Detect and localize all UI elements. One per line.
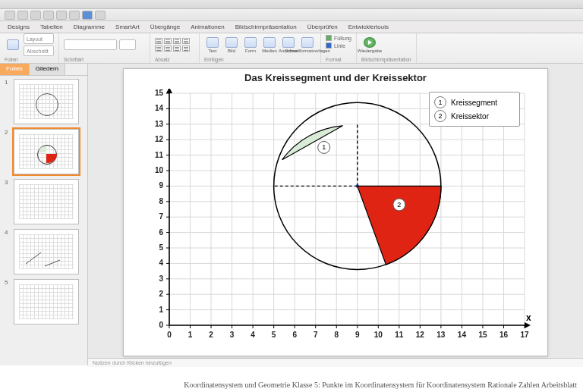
- page-caption: Koordinatensystem und Geometrie Klasse 5…: [0, 381, 583, 389]
- quick-access-toolbar: [0, 9, 583, 21]
- ribbon-tab[interactable]: SmartArt: [115, 24, 140, 30]
- insert-schnellformatvorlagen-button[interactable]: Schnellformatvorlagen: [299, 35, 316, 55]
- ribbon-tab[interactable]: Überprüfen: [307, 24, 338, 30]
- thumbnail-list: 12345: [0, 76, 87, 365]
- thumbnail-preview: [14, 279, 79, 325]
- new-slide-button[interactable]: [5, 35, 21, 55]
- svg-text:13: 13: [155, 120, 164, 128]
- svg-text:5: 5: [272, 331, 276, 339]
- play-slideshow-button[interactable]: Wiedergabe: [361, 35, 378, 55]
- qat-save-icon[interactable]: [30, 11, 41, 20]
- ribbon: Layout Abschnitt Folien Schriftart A: [0, 33, 583, 64]
- group-label: Schriftart: [64, 57, 145, 62]
- slide-thumbnail[interactable]: 1: [5, 79, 83, 124]
- ribbon-group-folien: Layout Abschnitt Folien: [0, 33, 59, 63]
- play-icon: [364, 37, 376, 48]
- svg-text:7: 7: [159, 212, 163, 221]
- svg-text:3: 3: [230, 331, 235, 339]
- svg-text:6: 6: [159, 228, 163, 237]
- svg-text:11: 11: [395, 331, 404, 339]
- fill-color-icon[interactable]: [326, 35, 332, 41]
- bullets-icon[interactable]: [155, 45, 162, 52]
- line-label: Linie: [334, 43, 345, 49]
- ribbon-group-absatz: Absatz: [150, 33, 200, 63]
- svg-text:2: 2: [159, 290, 163, 298]
- align-left-icon[interactable]: [155, 38, 162, 44]
- ribbon-tab[interactable]: Bildschirmpräsentation: [235, 24, 297, 30]
- slide-canvas[interactable]: Das Kreissegment und der Kreissektor 012…: [123, 68, 548, 356]
- workspace: Folien Gliedern 12345 Das Kreissegment u…: [0, 64, 583, 365]
- slide-thumbnail[interactable]: 4: [5, 229, 83, 274]
- svg-text:13: 13: [436, 331, 446, 339]
- svg-text:7: 7: [314, 331, 318, 339]
- align-justify-icon[interactable]: [182, 38, 190, 44]
- svg-text:1: 1: [322, 143, 326, 151]
- thumbnail-preview: [14, 179, 79, 224]
- slide-title: Das Kreissegment und der Kreissektor: [124, 69, 547, 83]
- qat-help-icon[interactable]: [95, 11, 106, 20]
- tab-folien[interactable]: Folien: [0, 64, 30, 75]
- tab-gliedern[interactable]: Gliedern: [30, 64, 65, 75]
- insert-form-button[interactable]: Form: [242, 35, 259, 55]
- svg-text:15: 15: [155, 89, 164, 97]
- indent-dec-icon[interactable]: [173, 45, 181, 52]
- layout-dropdown[interactable]: Layout: [24, 33, 54, 44]
- svg-text:1: 1: [188, 331, 193, 339]
- legend-label: Kreissektor: [451, 112, 489, 121]
- font-family-dropdown[interactable]: [64, 39, 117, 50]
- notes-pane[interactable]: Notizen durch Klicken hinzufügen: [88, 358, 583, 367]
- group-label: Einfügen: [204, 57, 316, 62]
- qat-format-icon[interactable]: [82, 11, 93, 20]
- insert-bild-button[interactable]: Bild: [223, 35, 240, 55]
- svg-text:0: 0: [159, 321, 163, 329]
- legend-item-sektor: 2 Kreissektor: [434, 109, 515, 123]
- insert-text-button[interactable]: Text: [204, 35, 221, 55]
- qat-open-icon[interactable]: [17, 11, 28, 20]
- slide-number: 5: [5, 279, 11, 286]
- ribbon-tab[interactable]: Tabellen: [40, 24, 63, 30]
- ribbon-group-format: Füllung Linie Format: [321, 33, 357, 63]
- align-center-icon[interactable]: [164, 38, 172, 44]
- insert-medien-button[interactable]: Medien: [261, 35, 278, 55]
- qat-new-icon[interactable]: [5, 11, 15, 20]
- bild-icon: [225, 37, 238, 48]
- qat-undo-icon[interactable]: [56, 11, 67, 20]
- abschnitt-dropdown[interactable]: Abschnitt: [24, 45, 54, 56]
- qat-print-icon[interactable]: [43, 11, 54, 20]
- line-color-icon[interactable]: [326, 42, 332, 49]
- ribbon-group-schriftart: Schriftart: [59, 33, 150, 63]
- svg-marker-37: [525, 322, 531, 328]
- fill-label: Füllung: [334, 36, 351, 41]
- slide-number: 1: [5, 79, 11, 86]
- svg-text:2: 2: [397, 201, 401, 209]
- slide-thumbnail[interactable]: 3: [5, 179, 83, 224]
- svg-text:14: 14: [458, 331, 467, 339]
- ribbon-tab[interactable]: Diagramme: [74, 24, 105, 30]
- indent-inc-icon[interactable]: [182, 45, 190, 52]
- ribbon-tab[interactable]: Entwicklertools: [348, 24, 389, 30]
- group-label: Absatz: [155, 57, 194, 62]
- align-right-icon[interactable]: [173, 38, 181, 44]
- slide-thumbnail[interactable]: 5: [5, 279, 83, 325]
- svg-text:16: 16: [499, 331, 509, 339]
- svg-text:2: 2: [209, 331, 213, 339]
- svg-text:15: 15: [478, 331, 487, 339]
- slide-thumbnail[interactable]: 2: [5, 129, 83, 174]
- svg-text:10: 10: [374, 331, 383, 339]
- legend: 1 Kreissegment 2 Kreissektor: [429, 92, 520, 127]
- chart-svg: 0123456789101112131415161701234567891011…: [137, 89, 532, 347]
- svg-text:14: 14: [155, 104, 164, 112]
- numbering-icon[interactable]: [164, 45, 172, 52]
- svg-text:x: x: [526, 312, 531, 323]
- ribbon-group-praesentation: Wiedergabe Bildschirmpräsentation: [357, 33, 417, 63]
- ribbon-tab[interactable]: Animationen: [191, 24, 224, 30]
- ribbon-tab[interactable]: Designs: [8, 24, 30, 30]
- form-icon: [244, 37, 257, 48]
- group-label: Folien: [5, 57, 54, 62]
- font-size-dropdown[interactable]: [119, 39, 136, 50]
- ribbon-tab[interactable]: Übergänge: [150, 24, 181, 30]
- svg-line-0: [26, 252, 41, 264]
- svg-text:11: 11: [155, 151, 164, 159]
- svg-marker-39: [166, 89, 172, 93]
- qat-redo-icon[interactable]: [69, 11, 80, 20]
